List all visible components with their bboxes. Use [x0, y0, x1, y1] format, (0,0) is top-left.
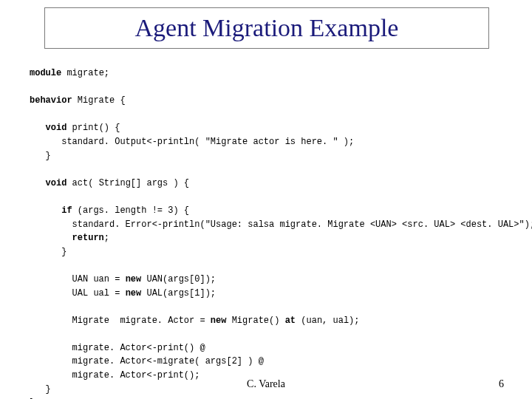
code-text: (uan, ual); — [296, 316, 359, 326]
code-text: act( String[] args ) { — [66, 178, 189, 188]
code-text: migrate; — [61, 68, 109, 78]
code-text: } — [30, 247, 66, 257]
slide-title: Agent Migration Example — [135, 14, 399, 42]
kw-new: new — [126, 274, 142, 284]
kw-void: void — [30, 123, 66, 133]
kw-new: new — [211, 316, 227, 326]
code-text: } — [30, 151, 51, 161]
kw-new: new — [126, 288, 142, 299]
kw-behavior: behavior — [30, 95, 72, 106]
kw-module: module — [30, 68, 61, 78]
code-text: standard. Error<-println("Usage: salsa m… — [30, 219, 532, 230]
kw-if: if — [30, 205, 72, 216]
code-block: module migrate; behavior Migrate { void … — [30, 66, 510, 399]
code-text: (args. length != 3) { — [72, 205, 189, 216]
code-text: migrate. Actor<-print() @ — [30, 343, 205, 353]
code-text: Migrate() — [226, 316, 284, 326]
code-text: ; — [104, 233, 109, 243]
title-box: Agent Migration Example — [44, 7, 489, 49]
code-text: UAN(args[0]); — [141, 274, 216, 284]
footer-page-number: 6 — [499, 378, 504, 390]
code-text: Migrate migrate. Actor = — [30, 316, 211, 326]
code-text: migrate. Actor<-migrate( args[2] ) @ — [30, 356, 264, 366]
code-text: print() { — [66, 123, 120, 133]
code-text: standard. Output<-println( "Migrate acto… — [30, 137, 354, 147]
code-text: UAN uan = — [30, 274, 126, 284]
code-text: UAL ual = — [30, 288, 126, 299]
code-text: UAL(args[1]); — [141, 288, 216, 299]
footer-author: C. Varela — [0, 378, 532, 390]
kw-at: at — [285, 316, 296, 326]
kw-return: return — [30, 233, 104, 243]
code-text: Migrate { — [72, 95, 126, 106]
kw-void: void — [30, 178, 66, 188]
slide: Agent Migration Example module migrate; … — [0, 0, 532, 399]
